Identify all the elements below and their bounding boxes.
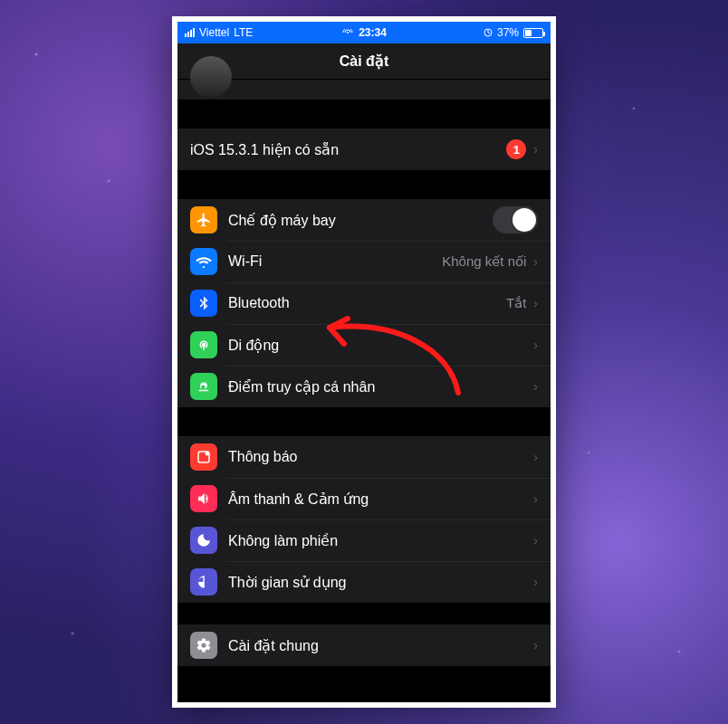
signal-icon [185,28,195,37]
update-label: iOS 15.3.1 hiện có sẵn [190,141,506,158]
status-bar: Viettel LTE 23:34 37% [177,22,551,43]
bluetooth-label: Bluetooth [228,295,506,311]
battery-percent: 37% [497,26,519,39]
group-network: Chế độ máy bay Wi-Fi Không kết nối › Blu… [177,199,551,407]
chevron-icon: › [533,338,538,352]
sounds-icon [190,485,217,512]
row-notifications[interactable]: Thông báo › [177,436,551,478]
lock-orientation-icon [484,27,493,38]
airplane-icon [190,206,217,233]
screen: Viettel LTE 23:34 37% Cài đặt iO [177,22,551,702]
update-badge: 1 [506,139,526,159]
wifi-label: Wi-Fi [228,253,442,270]
phone-frame: Viettel LTE 23:34 37% Cài đặt iO [172,16,556,708]
chevron-icon: › [533,296,538,310]
svg-point-0 [347,32,349,33]
battery-icon [523,28,543,38]
bluetooth-icon [190,290,217,317]
dnd-label: Không làm phiền [228,532,533,549]
chevron-icon: › [533,142,538,157]
row-airplane-mode[interactable]: Chế độ máy bay [177,199,551,241]
chevron-icon: › [533,450,538,464]
screentime-icon [190,568,217,595]
wifi-value: Không kết nối [442,253,526,270]
cellular-label: Di động [228,337,533,354]
svg-point-3 [206,452,210,456]
row-screentime[interactable]: Thời gian sử dụng › [177,561,551,603]
sounds-label: Âm thanh & Cảm ứng [228,491,533,508]
hotspot-icon [190,373,217,400]
general-icon [190,632,217,659]
hotspot-label: Điểm truy cập cá nhân [228,378,533,395]
group-update: iOS 15.3.1 hiện có sẵn 1 › [177,129,551,170]
wifi-icon [190,248,217,275]
airplane-label: Chế độ máy bay [228,212,493,229]
row-sounds[interactable]: Âm thanh & Cảm ứng › [177,478,551,519]
cellular-icon [190,331,217,358]
airplane-toggle[interactable] [493,206,538,233]
row-software-update[interactable]: iOS 15.3.1 hiện có sẵn 1 › [177,129,551,170]
chevron-icon: › [533,533,538,548]
screentime-label: Thời gian sử dụng [228,574,533,591]
hotspot-status-icon [341,29,354,36]
row-cellular[interactable]: Di động › [177,324,551,366]
account-row[interactable] [177,80,551,100]
bluetooth-value: Tắt [506,295,526,311]
group-alerts: Thông báo › Âm thanh & Cảm ứng › Không l… [177,436,551,603]
notifications-label: Thông báo [228,449,533,465]
row-dnd[interactable]: Không làm phiền › [177,519,551,561]
dnd-icon [190,527,217,554]
chevron-icon: › [533,638,538,653]
network-label: LTE [234,26,253,39]
chevron-icon: › [533,575,538,589]
chevron-icon: › [533,254,538,269]
row-general[interactable]: Cài đặt chung › [177,624,551,666]
time-label: 23:34 [359,26,387,39]
chevron-icon: › [533,379,538,394]
page-title: Cài đặt [177,43,551,80]
avatar [190,56,232,98]
general-label: Cài đặt chung [228,637,533,654]
row-hotspot[interactable]: Điểm truy cập cá nhân › [177,366,551,407]
notifications-icon [190,443,217,471]
group-general: Cài đặt chung › [177,624,551,666]
chevron-icon: › [533,491,538,506]
row-bluetooth[interactable]: Bluetooth Tắt › [177,282,551,324]
row-wifi[interactable]: Wi-Fi Không kết nối › [177,241,551,282]
carrier-label: Viettel [199,26,229,39]
